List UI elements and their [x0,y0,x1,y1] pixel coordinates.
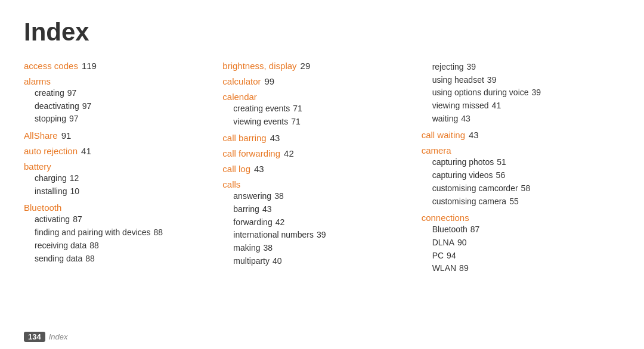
entry-call-forwarding: call forwarding42 [222,148,415,159]
entry-allshare: AllShare91 [24,130,216,141]
term-battery: battery [24,161,51,172]
index-columns: access codes119 alarms creating97 deacti… [24,61,620,278]
term-camera: camera [422,145,451,155]
page-title: Index [24,18,620,46]
entry-calls: calls answering38 barring43 forwarding42… [222,179,415,267]
term-calls: calls [222,179,240,189]
column-2: brightness, display29 calculator99 calen… [222,61,421,278]
entry-access-codes: access codes119 [24,61,216,71]
footer: 134 Index [24,332,68,342]
page-number: 134 [24,332,45,342]
footer-label: Index [49,332,68,341]
term-access-codes: access codes [24,61,78,71]
entry-auto-rejection: auto rejection41 [24,146,216,157]
term-auto-rejection: auto rejection [24,146,78,156]
term-allshare: AllShare [24,130,58,141]
entry-call-waiting: call waiting43 [422,130,614,141]
term-calendar: calendar [222,92,257,102]
entry-camera: camera capturing photos51 capturing vide… [422,145,614,208]
entry-bluetooth: Bluetooth activating87 finding and pairi… [24,202,216,265]
entry-connections: connections Bluetooth87 DLNA90 PC94 WLAN… [422,213,614,275]
entry-brightness: brightness, display29 [222,61,415,71]
entry-alarms: alarms creating97 deactivating97 stoppin… [24,76,216,126]
entry-call-log: call log43 [222,164,415,174]
term-connections: connections [422,213,469,223]
term-call-log: call log [222,164,250,174]
term-alarms: alarms [24,76,51,86]
term-brightness: brightness, display [222,61,296,71]
entry-calculator: calculator99 [222,76,415,87]
entry-calendar: calendar creating events71 viewing event… [222,92,415,128]
page: Index access codes119 alarms creating97 … [0,0,644,289]
term-call-barring: call barring [222,133,266,143]
entry-battery: battery charging12 installing10 [24,161,216,198]
entry-call-barring: call barring43 [222,133,415,144]
term-call-forwarding: call forwarding [222,148,280,158]
term-bluetooth: Bluetooth [24,202,61,213]
column-3: rejecting39 using headset39 using option… [422,61,620,278]
term-call-waiting: call waiting [422,130,465,140]
term-calculator: calculator [222,76,261,86]
entry-calls-continued: rejecting39 using headset39 using option… [422,61,614,125]
column-1: access codes119 alarms creating97 deacti… [24,61,222,278]
